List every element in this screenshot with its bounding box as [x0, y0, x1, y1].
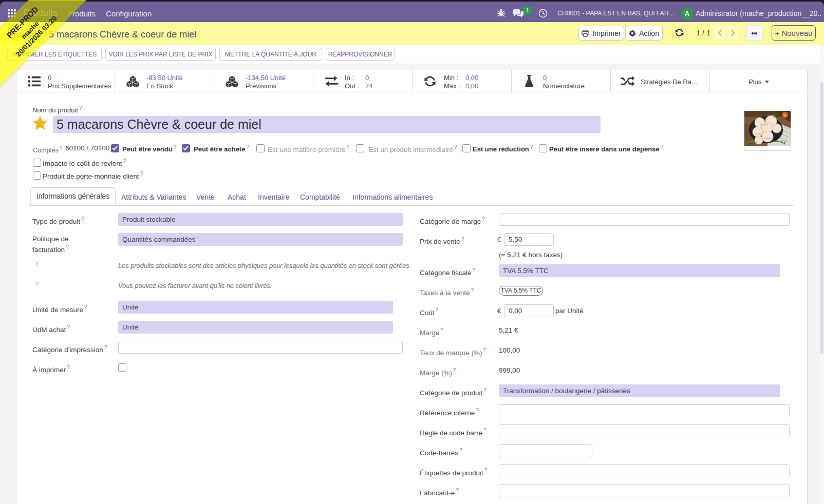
svg-text:%: % [784, 114, 786, 117]
